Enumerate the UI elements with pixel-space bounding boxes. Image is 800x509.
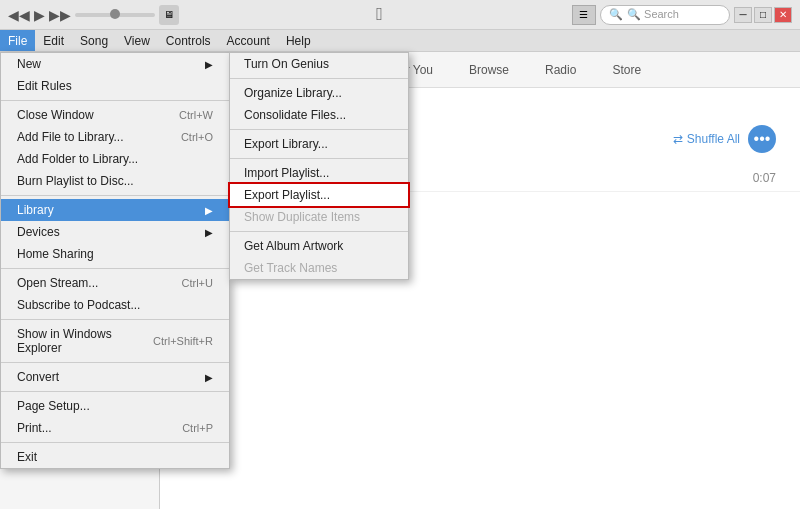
submenu-turn-on-genius[interactable]: Turn On Genius [230,53,408,75]
separator [1,391,229,392]
menu-bar: File Edit Song View Controls Account Hel… [0,30,800,52]
progress-bar[interactable] [75,13,155,17]
arrow-icon: ▶ [205,372,213,383]
submenu-consolidate-files[interactable]: Consolidate Files... [230,104,408,126]
shuffle-label: Shuffle All [687,132,740,146]
arrow-icon: ▶ [205,227,213,238]
title-bar-right: ☰ 🔍 🔍 Search ─ □ ✕ [572,5,800,25]
shuffle-icon: ⇄ [673,132,683,146]
playlist-actions: ⇄ Shuffle All ••• [673,125,776,153]
menu-new[interactable]: New ▶ [1,53,229,75]
shortcut-label: Ctrl+W [179,109,213,121]
tab-store[interactable]: Store [596,59,657,81]
arrow-icon: ▶ [205,59,213,70]
more-button[interactable]: ••• [748,125,776,153]
restore-button[interactable]: □ [754,7,772,23]
separator [230,158,408,159]
song-duration: 0:07 [753,171,776,185]
menu-view[interactable]: View [116,30,158,51]
shuffle-button[interactable]: ⇄ Shuffle All [673,132,740,146]
menu-print[interactable]: Print... Ctrl+P [1,417,229,439]
submenu-get-track-names: Get Track Names [230,257,408,279]
menu-burn-playlist[interactable]: Burn Playlist to Disc... [1,170,229,192]
library-submenu: Turn On Genius Organize Library... Conso… [229,52,409,280]
search-box[interactable]: 🔍 🔍 Search [600,5,730,25]
shortcut-label: Ctrl+O [181,131,213,143]
separator [1,195,229,196]
volume-icon[interactable]: 🖥 [159,5,179,25]
menu-controls[interactable]: Controls [158,30,219,51]
menu-show-explorer[interactable]: Show in Windows Explorer Ctrl+Shift+R [1,323,229,359]
menu-library[interactable]: Library ▶ [1,199,229,221]
menu-song[interactable]: Song [72,30,116,51]
menu-add-file[interactable]: Add File to Library... Ctrl+O [1,126,229,148]
shortcut-label: Ctrl+Shift+R [153,335,213,347]
minimize-button[interactable]: ─ [734,7,752,23]
window-controls: ─ □ ✕ [734,7,792,23]
menu-home-sharing[interactable]: Home Sharing [1,243,229,265]
menu-help[interactable]: Help [278,30,319,51]
submenu-import-playlist[interactable]: Import Playlist... [230,162,408,184]
menu-add-folder[interactable]: Add Folder to Library... [1,148,229,170]
separator [1,362,229,363]
menu-devices[interactable]: Devices ▶ [1,221,229,243]
close-button[interactable]: ✕ [774,7,792,23]
menu-close-window[interactable]: Close Window Ctrl+W [1,104,229,126]
menu-exit[interactable]: Exit [1,446,229,468]
separator [230,231,408,232]
search-placeholder: 🔍 Search [627,8,679,21]
shortcut-label: Ctrl+P [182,422,213,434]
tab-radio[interactable]: Radio [529,59,592,81]
menu-open-stream[interactable]: Open Stream... Ctrl+U [1,272,229,294]
separator [1,442,229,443]
title-bar: ◀◀ ▶ ▶▶ 🖥  ☰ 🔍 🔍 Search ─ □ ✕ [0,0,800,30]
forward-button[interactable]: ▶▶ [49,7,71,23]
file-menu: New ▶ Edit Rules Close Window Ctrl+W Add… [0,52,230,469]
shortcut-label: Ctrl+U [182,277,213,289]
separator [230,129,408,130]
submenu-organize-library[interactable]: Organize Library... [230,82,408,104]
play-button[interactable]: ▶ [34,7,45,23]
submenu-export-library[interactable]: Export Library... [230,133,408,155]
search-icon: 🔍 [609,8,623,21]
playback-controls: ◀◀ ▶ ▶▶ 🖥 [0,5,187,25]
menu-account[interactable]: Account [219,30,278,51]
arrow-icon: ▶ [205,205,213,216]
menu-edit-rules[interactable]: Edit Rules [1,75,229,97]
back-button[interactable]: ◀◀ [8,7,30,23]
menu-convert[interactable]: Convert ▶ [1,366,229,388]
progress-thumb [110,9,120,19]
separator [1,100,229,101]
menu-file[interactable]: File [0,30,35,51]
separator [1,268,229,269]
menu-edit[interactable]: Edit [35,30,72,51]
apple-logo:  [376,4,383,25]
submenu-show-duplicates: Show Duplicate Items [230,206,408,228]
submenu-get-album-artwork[interactable]: Get Album Artwork [230,235,408,257]
separator [1,319,229,320]
menu-page-setup[interactable]: Page Setup... [1,395,229,417]
menu-subscribe-podcast[interactable]: Subscribe to Podcast... [1,294,229,316]
separator [230,78,408,79]
submenu-export-playlist[interactable]: Export Playlist... [230,184,408,206]
tab-browse[interactable]: Browse [453,59,525,81]
list-view-icon[interactable]: ☰ [572,5,596,25]
